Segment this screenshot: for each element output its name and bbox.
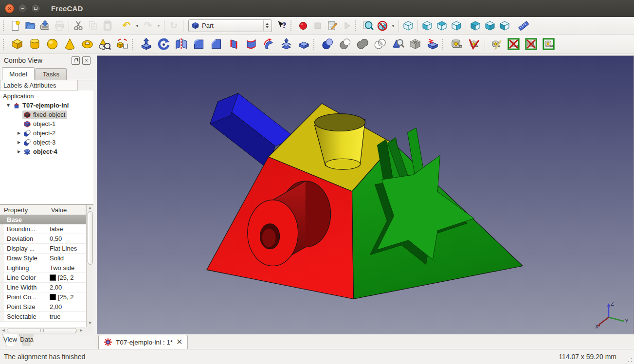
redo-history-dropdown[interactable]: ▾ — [155, 18, 162, 33]
boolean-button[interactable] — [319, 36, 336, 53]
whats-this-button[interactable]: ? — [275, 18, 290, 33]
cross-sections-button[interactable] — [424, 36, 441, 53]
property-value[interactable]: 0,50 — [47, 235, 86, 242]
scroll-down-icon[interactable]: ▼ — [87, 320, 93, 326]
expand-arrow[interactable]: ▶ — [16, 131, 22, 135]
property-vertical-scrollbar[interactable]: ▲ ▼ — [86, 205, 93, 327]
boolean-intersection-button[interactable] — [371, 36, 389, 53]
scroll-up-icon[interactable]: ▲ — [87, 205, 93, 211]
view-front-button[interactable] — [420, 18, 435, 33]
expand-arrow[interactable]: ▼ — [5, 103, 12, 108]
toolbar-drag-handle[interactable] — [290, 20, 294, 31]
tab-model[interactable]: Model — [2, 67, 35, 80]
revolve-button[interactable] — [155, 36, 172, 53]
property-value[interactable]: Two side — [47, 264, 86, 272]
expand-arrow[interactable]: ▶ — [16, 140, 22, 145]
toolbar-drag-handle[interactable] — [442, 39, 446, 50]
undo-history-dropdown[interactable]: ▾ — [134, 18, 141, 33]
shape-builder-button[interactable] — [113, 36, 131, 53]
tree-item-object-1[interactable]: object-1 — [0, 119, 93, 128]
property-value[interactable]: 2,00 — [47, 284, 86, 291]
tree-root[interactable]: Application — [0, 91, 93, 101]
view-top-button[interactable] — [435, 18, 449, 33]
create-primitives-button[interactable] — [96, 36, 113, 53]
measure-linear-button[interactable] — [448, 36, 465, 53]
open-document-button[interactable] — [23, 18, 37, 33]
view-rear-button[interactable] — [468, 18, 483, 33]
thickness-button[interactable] — [295, 36, 312, 53]
property-value[interactable]: true — [47, 313, 86, 320]
workbench-spinner[interactable] — [263, 20, 271, 31]
measure-toggle-3d-button[interactable] — [522, 36, 540, 53]
window-maximize-button[interactable] — [31, 4, 40, 13]
loft-button[interactable] — [242, 36, 260, 53]
view-right-button[interactable] — [449, 18, 464, 33]
mirror-button[interactable] — [172, 36, 190, 53]
extrude-button[interactable] — [137, 36, 155, 53]
property-horizontal-scrollbar[interactable]: ◀ ▶ — [0, 327, 93, 334]
tree-item-fixed-object[interactable]: fixed-object — [0, 110, 93, 119]
cylinder-button[interactable] — [26, 36, 43, 53]
property-value[interactable]: false — [47, 225, 86, 233]
dock-close-icon[interactable]: × — [82, 56, 91, 65]
expand-arrow[interactable]: ▶ — [16, 149, 22, 154]
save-document-button[interactable] — [37, 18, 52, 33]
undo-button[interactable]: ↶ — [119, 18, 134, 33]
chamfer-button[interactable] — [207, 36, 225, 53]
print-button[interactable] — [52, 18, 67, 33]
view-axonometric-button[interactable] — [401, 18, 416, 33]
new-document-button[interactable] — [8, 18, 23, 33]
3d-viewport[interactable]: Z Y X — [97, 55, 634, 334]
scrollbar-thumb[interactable] — [7, 328, 77, 333]
fit-all-button[interactable] — [361, 18, 375, 33]
macro-edit-button[interactable] — [325, 18, 340, 33]
resize-grip[interactable] — [628, 358, 633, 363]
toolbar-drag-handle[interactable] — [3, 20, 6, 31]
document-tab[interactable]: T07-ejemplo-ini : 1* ✕ — [98, 335, 188, 349]
sphere-button[interactable] — [43, 36, 61, 53]
offset-button[interactable] — [277, 36, 295, 53]
paste-button[interactable] — [100, 18, 115, 33]
property-value[interactable]: Flat Lines — [47, 245, 86, 252]
cut-button[interactable] — [71, 18, 86, 33]
macro-record-button[interactable] — [296, 18, 310, 33]
tab-data[interactable]: Data — [19, 334, 34, 349]
toolbar-drag-handle[interactable] — [132, 39, 135, 50]
scrollbar-thumb[interactable] — [88, 211, 93, 265]
view-left-button[interactable] — [497, 18, 512, 33]
macro-play-button[interactable] — [340, 18, 354, 33]
scroll-left-icon[interactable]: ◀ — [0, 328, 7, 332]
boolean-union-button[interactable] — [354, 36, 371, 53]
draw-style-menu-dropdown[interactable]: ▾ — [390, 18, 397, 33]
tree-item-object-3[interactable]: ▶object-3 — [0, 138, 93, 147]
tab-view[interactable]: View — [3, 334, 18, 349]
measure-angular-button[interactable] — [465, 36, 483, 53]
property-value[interactable]: [25, 2 — [47, 274, 86, 281]
redo-button[interactable]: ↷ — [141, 18, 155, 33]
tab-tasks[interactable]: Tasks — [36, 68, 67, 80]
measure-toggle-all-button[interactable] — [505, 36, 522, 53]
window-close-button[interactable]: ✕ — [5, 4, 14, 13]
tab-close-icon[interactable]: ✕ — [176, 338, 182, 346]
measure-refresh-button[interactable] — [487, 36, 505, 53]
measure-toggle-delta-button[interactable] — [540, 36, 557, 53]
copy-button[interactable] — [86, 18, 100, 33]
fillet-button[interactable] — [190, 36, 207, 53]
toolbar-drag-handle[interactable] — [313, 39, 317, 50]
window-minimize-button[interactable]: − — [18, 4, 27, 13]
tree-item-object-2[interactable]: ▶object-2 — [0, 128, 93, 138]
macro-stop-button[interactable] — [310, 18, 325, 33]
check-geometry-button[interactable] — [389, 36, 406, 53]
tree-item-object-4[interactable]: ▶object-4 — [0, 147, 93, 156]
property-value[interactable]: Solid — [47, 255, 86, 262]
property-value[interactable]: 2,00 — [47, 303, 86, 310]
box-button[interactable] — [8, 36, 26, 53]
workbench-selector[interactable]: Part — [188, 19, 272, 32]
refresh-button[interactable]: ↻ — [166, 18, 181, 33]
measure-distance-button[interactable] — [516, 18, 531, 33]
dock-float-icon[interactable] — [72, 56, 80, 65]
view-bottom-button[interactable] — [483, 18, 497, 33]
defeaturing-button[interactable] — [406, 36, 424, 53]
ruled-surface-button[interactable] — [225, 36, 242, 53]
sweep-button[interactable] — [260, 36, 277, 53]
